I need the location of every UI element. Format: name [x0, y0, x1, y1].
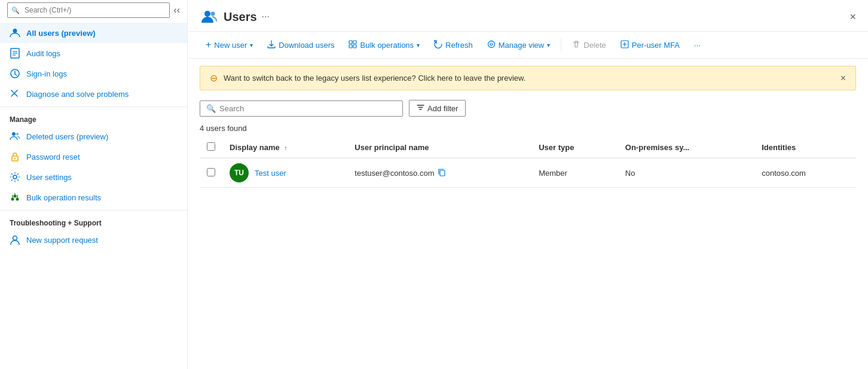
search-box: 🔍 [200, 100, 403, 117]
copy-icon[interactable] [438, 168, 446, 178]
svg-point-11 [11, 198, 14, 201]
per-user-mfa-label: Per-user MFA [632, 41, 680, 50]
bulk-operations-chevron-icon: ▾ [417, 42, 420, 48]
manage-view-label: Manage view [499, 41, 545, 50]
sidebar-manage-nav: Deleted users (preview) Password reset [0, 126, 187, 208]
password-reset-icon [10, 151, 20, 162]
users-count: 4 users found [188, 121, 868, 138]
user-type-value: Member [539, 169, 567, 178]
svg-point-14 [13, 236, 17, 240]
table-row: TU Test user testuser@contoso.com Member… [200, 158, 856, 188]
sidebar-item-audit-logs[interactable]: Audit logs [0, 43, 187, 63]
banner-close-button[interactable]: × [841, 73, 846, 84]
bulk-operations-icon [349, 40, 357, 50]
svg-point-6 [12, 132, 16, 136]
row-identities-cell: contoso.com [754, 158, 856, 188]
page-header-ellipsis[interactable]: ··· [262, 11, 270, 22]
banner-warning-icon: ⊖ [210, 72, 218, 84]
header-on-premises: On-premises sy... [618, 138, 754, 158]
table-header-row: Display name ↑ User principal name User … [200, 138, 856, 158]
sidebar-search-input[interactable] [7, 2, 170, 18]
header-on-premises-label: On-premises sy... [625, 143, 689, 152]
new-user-button[interactable]: + New user ▾ [200, 36, 259, 53]
svg-point-15 [204, 11, 210, 17]
sidebar-item-password-reset[interactable]: Password reset [0, 147, 187, 167]
close-button[interactable]: × [849, 11, 856, 23]
svg-point-9 [14, 158, 16, 159]
svg-point-7 [16, 133, 19, 135]
toolbar-separator [561, 38, 561, 52]
refresh-icon [434, 40, 442, 50]
sidebar: 🔍 ‹‹ All users (preview) [0, 0, 188, 369]
sidebar-item-bulk-operation-results[interactable]: Bulk operation results [0, 187, 187, 208]
main-content: Users ··· × + New user ▾ Download users [188, 0, 868, 369]
sidebar-collapse-button[interactable]: ‹‹ [173, 5, 180, 16]
preview-banner: ⊖ Want to switch back to the legacy user… [200, 66, 856, 90]
svg-point-0 [13, 29, 17, 33]
row-checkbox-cell [200, 158, 222, 188]
users-table-container: Display name ↑ User principal name User … [188, 138, 868, 369]
svg-point-10 [13, 175, 17, 179]
download-users-button[interactable]: Download users [261, 37, 340, 53]
bulk-operations-label: Bulk operations [360, 41, 414, 50]
identities-value: contoso.com [762, 169, 806, 178]
toolbar-more-icon: ··· [694, 41, 701, 50]
sidebar-item-diagnose[interactable]: Diagnose and solve problems [0, 84, 187, 104]
add-filter-icon [417, 103, 424, 113]
per-user-mfa-icon [621, 40, 629, 50]
add-filter-button[interactable]: Add filter [409, 100, 466, 117]
user-name-cell: TU Test user [230, 163, 340, 182]
delete-button[interactable]: Delete [566, 37, 612, 53]
svg-rect-18 [353, 41, 356, 44]
download-users-label: Download users [279, 41, 334, 50]
header-user-type-label: User type [539, 143, 574, 152]
sidebar-item-label-new-support-request: New support request [26, 236, 98, 245]
row-display-name-cell: TU Test user [222, 158, 347, 188]
page-header: Users ··· × [188, 0, 868, 32]
row-on-premises-cell: No [618, 158, 754, 188]
sidebar-item-sign-in-logs[interactable]: Sign-in logs [0, 63, 187, 84]
banner-text[interactable]: Want to switch back to the legacy users … [224, 74, 835, 83]
header-identities: Identities [754, 138, 856, 158]
toolbar-more-button[interactable]: ··· [688, 38, 707, 53]
sidebar-item-label-password-reset: Password reset [26, 153, 80, 161]
refresh-button[interactable]: Refresh [428, 37, 479, 53]
manage-view-chevron-icon: ▾ [547, 42, 550, 48]
on-premises-value: No [625, 169, 635, 178]
header-identities-label: Identities [762, 143, 796, 152]
sidebar-search-wrapper: 🔍 ‹‹ [7, 2, 180, 18]
sidebar-item-label-deleted-users: Deleted users (preview) [26, 132, 108, 141]
manage-view-button[interactable]: Manage view ▾ [481, 37, 557, 53]
svg-point-12 [14, 195, 17, 198]
sidebar-item-all-users[interactable]: All users (preview) [0, 23, 187, 43]
svg-rect-20 [353, 45, 356, 48]
upn-cell: testuser@contoso.com [354, 168, 524, 178]
per-user-mfa-button[interactable]: Per-user MFA [615, 37, 686, 53]
user-name-link[interactable]: Test user [255, 169, 286, 178]
search-input-icon: 🔍 [206, 104, 216, 113]
upn-value: testuser@contoso.com [354, 169, 434, 178]
bulk-operations-button[interactable]: Bulk operations ▾ [343, 37, 426, 53]
search-input[interactable] [219, 104, 396, 113]
sidebar-item-new-support-request[interactable]: New support request [0, 230, 187, 250]
manage-view-icon [487, 40, 496, 50]
sidebar-item-label-audit-logs: Audit logs [26, 49, 60, 58]
all-users-icon [10, 28, 20, 38]
users-table: Display name ↑ User principal name User … [200, 138, 856, 188]
sidebar-item-user-settings[interactable]: User settings [0, 167, 187, 187]
header-display-name-label: Display name [230, 143, 280, 152]
row-upn-cell: testuser@contoso.com [347, 158, 531, 188]
sidebar-item-deleted-users[interactable]: Deleted users (preview) [0, 126, 187, 147]
sidebar-item-label-sign-in-logs: Sign-in logs [26, 69, 67, 78]
select-all-checkbox[interactable] [207, 142, 215, 151]
sidebar-nav: All users (preview) Audit logs [0, 23, 187, 104]
bulk-operation-results-icon [10, 192, 20, 203]
new-support-request-icon [10, 234, 20, 245]
audit-logs-icon [10, 48, 20, 59]
sort-icon: ↑ [284, 145, 287, 151]
header-display-name[interactable]: Display name ↑ [222, 138, 347, 158]
page-title: Users [224, 10, 257, 24]
row-checkbox[interactable] [207, 168, 215, 176]
users-header-icon [200, 7, 219, 26]
svg-point-22 [490, 43, 493, 45]
